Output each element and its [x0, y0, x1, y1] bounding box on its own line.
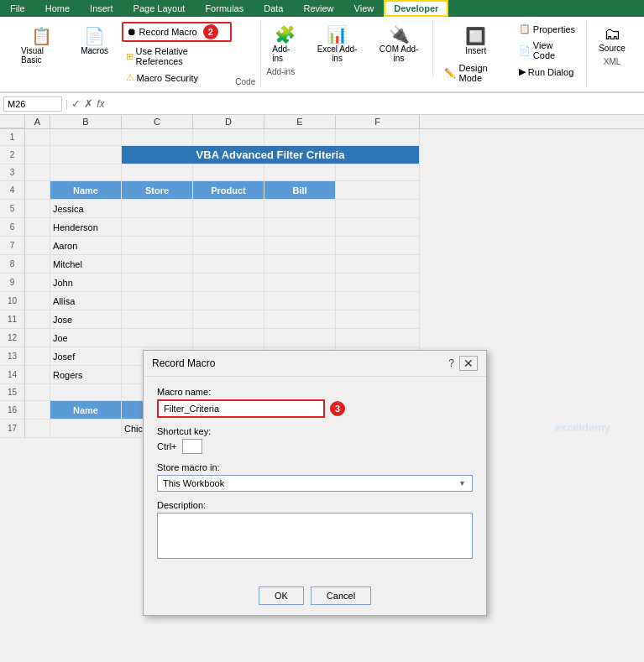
- cell[interactable]: [25, 129, 50, 146]
- cell[interactable]: [193, 329, 264, 347]
- cell[interactable]: [264, 164, 336, 181]
- cell[interactable]: [193, 218, 264, 237]
- cell[interactable]: [25, 384, 50, 401]
- cell[interactable]: [122, 237, 193, 255]
- macro-security-button[interactable]: ⚠ Macro Security: [122, 70, 233, 85]
- cell[interactable]: [25, 292, 50, 310]
- col-header-e[interactable]: E: [264, 115, 336, 128]
- name-box[interactable]: [3, 96, 62, 112]
- source-button[interactable]: 🗂 Source: [592, 20, 632, 57]
- cell[interactable]: [25, 420, 50, 438]
- cell[interactable]: [25, 366, 50, 384]
- cell[interactable]: [25, 274, 50, 292]
- tab-file[interactable]: File: [0, 0, 35, 17]
- name-john[interactable]: John: [50, 274, 122, 292]
- cell[interactable]: [122, 274, 193, 292]
- name-jose[interactable]: Jose: [50, 310, 122, 329]
- title-cell[interactable]: VBA Advanced Filter Criteria: [122, 146, 420, 164]
- name-joe[interactable]: Joe: [50, 329, 122, 347]
- name-mitchel[interactable]: Mitchel: [50, 255, 122, 274]
- cell[interactable]: [193, 164, 264, 181]
- cell[interactable]: [122, 292, 193, 310]
- second-name-header[interactable]: Name: [50, 401, 122, 420]
- name-henderson[interactable]: Henderson: [50, 218, 122, 237]
- visual-basic-button[interactable]: 📋 Visual Basic: [15, 22, 68, 69]
- cell[interactable]: [122, 129, 193, 146]
- cell[interactable]: [264, 129, 336, 146]
- cell[interactable]: [25, 200, 50, 218]
- cell[interactable]: [264, 292, 336, 310]
- name-rogers[interactable]: Rogers: [50, 366, 122, 384]
- cell[interactable]: [336, 310, 420, 329]
- cell[interactable]: [50, 146, 122, 164]
- macro-name-input[interactable]: [157, 399, 325, 418]
- excel-addins-button[interactable]: 📊 Excel Add-ins: [308, 20, 367, 67]
- tab-review[interactable]: Review: [293, 0, 343, 17]
- store-in-select[interactable]: This Workbook Personal Macro Workbook Ne…: [157, 475, 473, 492]
- cell[interactable]: [193, 310, 264, 329]
- cell[interactable]: [193, 237, 264, 255]
- properties-button[interactable]: 📋 Properties: [515, 22, 579, 36]
- tab-view[interactable]: View: [344, 0, 385, 17]
- ok-button[interactable]: OK: [259, 586, 304, 605]
- cell[interactable]: [336, 255, 420, 274]
- cell[interactable]: [25, 347, 50, 366]
- col-name-header[interactable]: Name: [50, 181, 122, 200]
- cell[interactable]: [25, 329, 50, 347]
- cell[interactable]: [25, 164, 50, 181]
- insert-button[interactable]: 🔲 Insert: [440, 22, 510, 60]
- cell[interactable]: [122, 329, 193, 347]
- addins-button[interactable]: 🧩 Add-ins: [266, 20, 304, 67]
- col-header-a[interactable]: A: [25, 115, 50, 128]
- cell[interactable]: [25, 146, 50, 164]
- cell[interactable]: [336, 164, 420, 181]
- cell[interactable]: [264, 218, 336, 237]
- cell[interactable]: [122, 310, 193, 329]
- col-store-header[interactable]: Store: [122, 181, 193, 200]
- dialog-close-button[interactable]: ✕: [459, 356, 478, 371]
- cell[interactable]: [193, 129, 264, 146]
- cell[interactable]: [25, 401, 50, 420]
- shortcut-input[interactable]: [182, 439, 202, 454]
- record-macro-button[interactable]: ⏺ Record Macro 2: [122, 22, 233, 42]
- cell[interactable]: [264, 329, 336, 347]
- cell[interactable]: [336, 129, 420, 146]
- cell[interactable]: [264, 274, 336, 292]
- cell[interactable]: [50, 129, 122, 146]
- run-dialog-button[interactable]: ▶ Run Dialog: [515, 65, 579, 79]
- col-bill-header[interactable]: Bill: [264, 181, 336, 200]
- cell[interactable]: [336, 181, 420, 200]
- cell[interactable]: [193, 200, 264, 218]
- cell[interactable]: [336, 237, 420, 255]
- formula-input[interactable]: [107, 99, 641, 109]
- tab-home[interactable]: Home: [35, 0, 80, 17]
- cell[interactable]: [336, 274, 420, 292]
- use-relative-button[interactable]: ⊞ Use Relative References: [122, 44, 233, 68]
- design-mode-button[interactable]: ✏️ Design Mode: [440, 61, 510, 85]
- col-header-f[interactable]: F: [336, 115, 420, 128]
- cell[interactable]: [193, 274, 264, 292]
- com-addins-button[interactable]: 🔌 COM Add-ins: [370, 20, 428, 67]
- col-header-c[interactable]: C: [122, 115, 193, 128]
- tab-insert[interactable]: Insert: [80, 0, 123, 17]
- macros-button[interactable]: 📄 Macros: [75, 22, 115, 60]
- cell[interactable]: [25, 237, 50, 255]
- cell[interactable]: [264, 237, 336, 255]
- cell[interactable]: [264, 310, 336, 329]
- cell[interactable]: [193, 255, 264, 274]
- col-header-b[interactable]: B: [50, 115, 122, 128]
- cell[interactable]: [336, 218, 420, 237]
- cell[interactable]: [50, 164, 122, 181]
- description-input[interactable]: [157, 513, 473, 559]
- cancel-button[interactable]: Cancel: [311, 586, 371, 605]
- name-aaron[interactable]: Aaron: [50, 237, 122, 255]
- name-allisa[interactable]: Allisa: [50, 292, 122, 310]
- tab-data[interactable]: Data: [254, 0, 293, 17]
- cell[interactable]: [50, 384, 122, 401]
- cell[interactable]: [336, 200, 420, 218]
- cell[interactable]: [25, 255, 50, 274]
- name-josef[interactable]: Josef: [50, 347, 122, 366]
- cell[interactable]: [25, 218, 50, 237]
- cell[interactable]: [25, 310, 50, 329]
- cell[interactable]: [193, 292, 264, 310]
